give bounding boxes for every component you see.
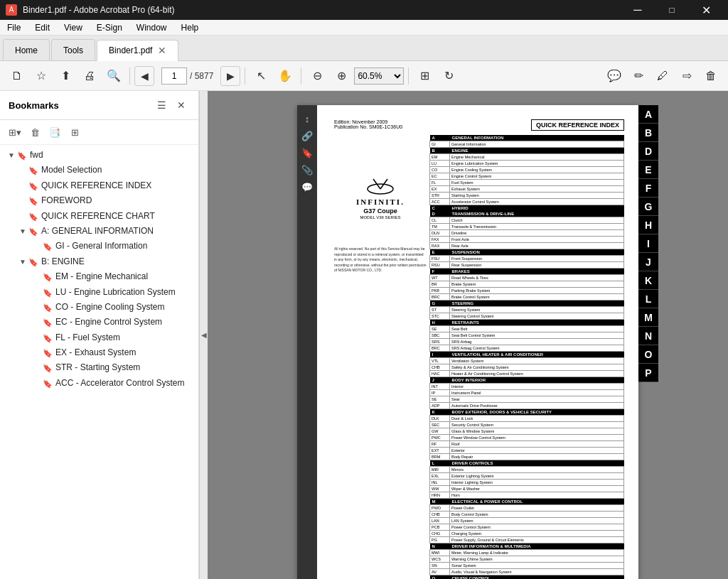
bookmark-fwd[interactable]: ▼ 🔖 fwd (0, 148, 198, 163)
bookmark-ec[interactable]: 🔖 EC - Engine Control System (0, 315, 198, 330)
left-comment-btn[interactable]: 💬 (299, 179, 315, 195)
bookmark-str[interactable]: 🔖 STR - Starting System (0, 360, 198, 375)
page-number-input[interactable] (161, 67, 187, 85)
bookmark-model-selection[interactable]: 🔖 Model Selection (0, 163, 198, 178)
bookmark-gi[interactable]: 🔖 GI - General Information (0, 239, 198, 254)
alpha-tab-b[interactable]: B (638, 124, 658, 142)
bookmark-acc[interactable]: 🔖 ACC - Accelerator Control System (0, 376, 198, 391)
row-fax: FAX Front Axle (430, 237, 624, 243)
alpha-tab-o[interactable]: O (638, 345, 658, 364)
bookmark-ex[interactable]: 🔖 EX - Exhaust System (0, 345, 198, 360)
alpha-tab-j[interactable]: J (638, 253, 658, 271)
bookmark-em[interactable]: 🔖 EM - Engine Mechanical (0, 269, 198, 284)
menu-window[interactable]: Window (129, 20, 174, 35)
bookmark-quick-ref-chart[interactable]: 🔖 QUICK REFERENCE CHART (0, 209, 198, 224)
alpha-tab-f[interactable]: F (638, 179, 658, 197)
expand-all-button[interactable]: ⊞ (65, 123, 84, 141)
cell-mwi-abbr: MWI (430, 550, 450, 556)
bookmark-quick-ref-index[interactable]: 🔖 QUICK REFERENCE INDEX (0, 178, 198, 193)
bookmark-co[interactable]: 🔖 CO - Engine Cooling System (0, 300, 198, 315)
share-button[interactable]: ⇨ (675, 65, 698, 87)
new-button[interactable]: 🗋 (6, 65, 28, 87)
bookmark-label-qrc: QUICK REFERENCE CHART (41, 210, 196, 222)
title-bar-text: Binder1.pdf - Adobe Acrobat Pro (64-bit) (23, 5, 174, 15)
bookmark-b-engine[interactable]: ▼ 🔖 B: ENGINE (0, 254, 198, 269)
delete-bookmark-button[interactable]: 🗑 (26, 123, 44, 141)
bookmark-a-general[interactable]: ▼ 🔖 A: GENERAL INFORMATION (0, 224, 198, 239)
alpha-tab-l[interactable]: L (638, 290, 658, 308)
row-wt: WT Road Wheels & Tires (430, 275, 624, 281)
menu-file[interactable]: File (0, 20, 28, 35)
cell-wt-abbr: WT (430, 275, 450, 281)
close-button[interactable]: ✕ (690, 0, 722, 20)
toggle-a-general[interactable]: ▼ (17, 227, 28, 237)
cell-chb2-abbr: CHB (430, 512, 450, 518)
prev-page-button[interactable]: ◀ (134, 66, 154, 86)
bookmark-view-options[interactable]: ⊞▾ (6, 123, 24, 141)
zoom-out-button[interactable]: ⊖ (306, 65, 328, 87)
cell-lu-label: Engine Lubrication System (450, 161, 624, 167)
cell-str-label: Starting System (450, 193, 624, 199)
zoom-in-button[interactable]: ⊕ (330, 65, 353, 87)
menu-edit[interactable]: Edit (28, 20, 57, 35)
maximize-button[interactable]: □ (655, 0, 688, 20)
bookmark-icon-foreword: 🔖 (28, 196, 38, 207)
left-link-btn[interactable]: 🔗 (299, 128, 315, 144)
zoom-select[interactable]: 60.5% 50% 75% 100% 125% 150% (354, 67, 404, 85)
alpha-tab-g[interactable]: G (638, 197, 658, 216)
alpha-tab-e[interactable]: E (638, 161, 658, 179)
menu-help[interactable]: Help (174, 20, 206, 35)
alpha-tab-d[interactable]: D (638, 142, 658, 161)
tab-tools[interactable]: Tools (51, 39, 95, 60)
menu-view[interactable]: View (57, 20, 90, 35)
comment-button[interactable]: 💬 (603, 65, 626, 87)
cell-pg-label: Power Supply, Ground & Circuit Elements (450, 537, 624, 543)
delete-button[interactable]: 🗑 (700, 65, 722, 87)
alpha-tab-k[interactable]: K (638, 271, 658, 290)
bookmark-icon-ex: 🔖 (43, 348, 53, 359)
cell-pwc-abbr: PWC (430, 435, 450, 441)
print-button[interactable]: 🖨 (78, 65, 101, 87)
next-page-button[interactable]: ▶ (220, 66, 240, 86)
alpha-tab-a[interactable]: A (638, 105, 658, 124)
add-bookmark-button[interactable]: 📑 (46, 123, 64, 141)
row-se: SE Seat Belt (430, 326, 624, 332)
tab-home[interactable]: Home (3, 39, 50, 60)
cursor-tool[interactable]: ↖ (250, 65, 272, 87)
row-rax: RAX Rear Axle (430, 243, 624, 249)
tab-binder-label: Binder1.pdf (109, 45, 152, 55)
bookmark-toolbar-button[interactable]: ☆ (30, 65, 53, 87)
hand-tool[interactable]: ✋ (274, 65, 296, 87)
alpha-tab-p[interactable]: P (638, 364, 658, 382)
menu-esign[interactable]: E-Sign (90, 20, 129, 35)
tab-binder[interactable]: Binder1.pdf ✕ (97, 40, 178, 61)
toggle-fwd[interactable]: ▼ (6, 151, 17, 161)
cell-hac-abbr: HAC (430, 371, 450, 377)
bookmark-fl[interactable]: 🔖 FL - Fuel System (0, 330, 198, 345)
search-button[interactable]: 🔍 (102, 65, 125, 87)
sidebar-close-button[interactable]: ✕ (173, 97, 190, 114)
highlight-button[interactable]: 🖊 (651, 65, 674, 87)
sidebar-collapse-handle[interactable]: ◀ (199, 91, 208, 579)
left-attach-btn[interactable]: 📎 (299, 162, 315, 178)
bookmark-foreword[interactable]: 🔖 FOREWORD (0, 193, 198, 208)
rotate-button[interactable]: ↻ (437, 65, 460, 87)
sidebar-options-button[interactable]: ☰ (153, 97, 170, 114)
fit-page-button[interactable]: ⊞ (413, 65, 436, 87)
tab-close-icon[interactable]: ✕ (158, 45, 166, 56)
sidebar-content[interactable]: ▼ 🔖 fwd 🔖 Model Selection 🔖 QUICK REFERE… (0, 145, 198, 579)
cell-hrn-abbr: HRN (430, 492, 450, 499)
pen-button[interactable]: ✏ (627, 65, 650, 87)
alpha-tab-i[interactable]: I (638, 234, 658, 253)
upload-button[interactable]: ⬆ (54, 65, 77, 87)
bookmark-lu[interactable]: 🔖 LU - Engine Lubrication System (0, 285, 198, 300)
left-nav-btn[interactable]: ↕ (299, 111, 315, 126)
toggle-b-engine[interactable]: ▼ (17, 257, 28, 267)
minimize-button[interactable]: ─ (621, 0, 654, 20)
cell-tm-abbr: TM (430, 224, 450, 230)
document-view[interactable]: ↕ 🔗 🔖 📎 💬 Edition: November 2009 Publica… (208, 91, 728, 579)
alpha-tab-h[interactable]: H (638, 216, 658, 234)
alpha-tab-m[interactable]: M (638, 308, 658, 327)
alpha-tab-n[interactable]: N (638, 327, 658, 345)
left-bookmark-btn[interactable]: 🔖 (299, 145, 315, 161)
